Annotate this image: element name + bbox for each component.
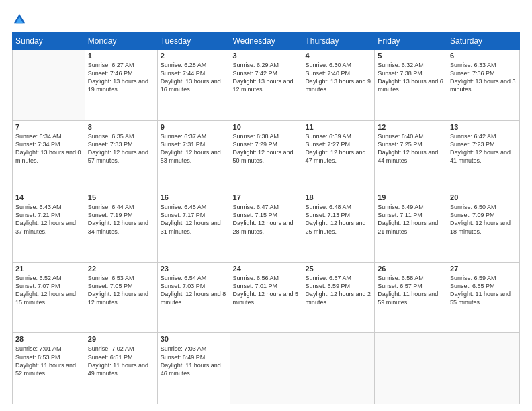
day-number: 5 [378, 52, 444, 60]
calendar-cell: 27 Sunrise: 6:59 AMSunset: 6:55 PMDaylig… [447, 262, 520, 333]
weekday-header-saturday: Saturday [447, 33, 520, 50]
calendar-cell: 26 Sunrise: 6:58 AMSunset: 6:57 PMDaylig… [375, 262, 447, 333]
day-number: 7 [15, 123, 82, 131]
week-row-5: 28 Sunrise: 7:01 AMSunset: 6:53 PMDaylig… [13, 333, 520, 404]
calendar-cell: 30 Sunrise: 7:03 AMSunset: 6:49 PMDaylig… [157, 333, 230, 404]
week-row-1: 1 Sunrise: 6:27 AMSunset: 7:46 PMDayligh… [13, 50, 520, 121]
day-number: 21 [15, 265, 82, 273]
day-number: 20 [450, 193, 517, 201]
calendar-cell: 18 Sunrise: 6:48 AMSunset: 7:13 PMDaylig… [302, 191, 375, 263]
day-number: 25 [305, 265, 371, 273]
calendar-cell: 17 Sunrise: 6:47 AMSunset: 7:15 PMDaylig… [230, 191, 302, 263]
day-info: Sunrise: 7:02 AMSunset: 6:51 PMDaylight:… [88, 345, 154, 377]
calendar-cell: 8 Sunrise: 6:35 AMSunset: 7:33 PMDayligh… [85, 120, 157, 191]
day-info: Sunrise: 6:44 AMSunset: 7:19 PMDaylight:… [88, 203, 154, 236]
calendar-cell: 16 Sunrise: 6:45 AMSunset: 7:17 PMDaylig… [157, 191, 230, 263]
day-info: Sunrise: 6:38 AMSunset: 7:29 PMDaylight:… [233, 132, 300, 165]
day-info: Sunrise: 7:03 AMSunset: 6:49 PMDaylight:… [161, 345, 227, 377]
day-info: Sunrise: 6:49 AMSunset: 7:11 PMDaylight:… [378, 203, 444, 236]
calendar-cell: 5 Sunrise: 6:32 AMSunset: 7:38 PMDayligh… [375, 50, 447, 121]
day-info: Sunrise: 6:27 AMSunset: 7:46 PMDaylight:… [88, 61, 154, 94]
day-number: 6 [450, 52, 517, 60]
calendar-cell: 2 Sunrise: 6:28 AMSunset: 7:44 PMDayligh… [157, 50, 230, 121]
day-info: Sunrise: 6:33 AMSunset: 7:36 PMDaylight:… [450, 61, 517, 94]
calendar-cell: 13 Sunrise: 6:42 AMSunset: 7:23 PMDaylig… [447, 120, 520, 191]
day-number: 26 [378, 265, 444, 273]
day-number: 17 [233, 193, 300, 201]
calendar-cell [302, 333, 375, 404]
weekday-header-row: SundayMondayTuesdayWednesdayThursdayFrid… [13, 33, 520, 50]
day-info: Sunrise: 6:58 AMSunset: 6:57 PMDaylight:… [378, 274, 444, 307]
calendar-cell: 21 Sunrise: 6:52 AMSunset: 7:07 PMDaylig… [13, 262, 85, 333]
day-info: Sunrise: 6:40 AMSunset: 7:25 PMDaylight:… [378, 132, 444, 165]
day-info: Sunrise: 6:47 AMSunset: 7:15 PMDaylight:… [233, 203, 300, 236]
day-number: 30 [161, 335, 227, 343]
day-number: 13 [450, 123, 517, 131]
calendar-cell [375, 333, 447, 404]
day-info: Sunrise: 6:56 AMSunset: 7:01 PMDaylight:… [233, 274, 300, 307]
calendar-cell: 9 Sunrise: 6:37 AMSunset: 7:31 PMDayligh… [157, 120, 230, 191]
day-number: 22 [88, 265, 154, 273]
day-info: Sunrise: 6:39 AMSunset: 7:27 PMDaylight:… [305, 132, 371, 165]
day-number: 3 [233, 52, 300, 60]
day-info: Sunrise: 6:32 AMSunset: 7:38 PMDaylight:… [378, 61, 444, 94]
week-row-2: 7 Sunrise: 6:34 AMSunset: 7:34 PMDayligh… [13, 120, 520, 191]
page: SundayMondayTuesdayWednesdayThursdayFrid… [0, 0, 532, 411]
day-info: Sunrise: 6:42 AMSunset: 7:23 PMDaylight:… [450, 132, 517, 165]
calendar-cell: 28 Sunrise: 7:01 AMSunset: 6:53 PMDaylig… [13, 333, 85, 404]
day-number: 10 [233, 123, 300, 131]
day-number: 9 [161, 123, 227, 131]
calendar-cell: 15 Sunrise: 6:44 AMSunset: 7:19 PMDaylig… [85, 191, 157, 263]
day-number: 27 [450, 265, 517, 273]
calendar-cell: 29 Sunrise: 7:02 AMSunset: 6:51 PMDaylig… [85, 333, 157, 404]
day-info: Sunrise: 6:50 AMSunset: 7:09 PMDaylight:… [450, 203, 517, 236]
header [12, 12, 520, 27]
day-number: 23 [161, 265, 227, 273]
day-info: Sunrise: 7:01 AMSunset: 6:53 PMDaylight:… [15, 345, 82, 377]
weekday-header-friday: Friday [375, 33, 447, 50]
calendar-cell: 12 Sunrise: 6:40 AMSunset: 7:25 PMDaylig… [375, 120, 447, 191]
day-number: 29 [88, 335, 154, 343]
calendar-cell: 7 Sunrise: 6:34 AMSunset: 7:34 PMDayligh… [13, 120, 85, 191]
day-number: 14 [15, 193, 82, 201]
day-info: Sunrise: 6:29 AMSunset: 7:42 PMDaylight:… [233, 61, 300, 94]
calendar-cell: 19 Sunrise: 6:49 AMSunset: 7:11 PMDaylig… [375, 191, 447, 263]
calendar-cell: 1 Sunrise: 6:27 AMSunset: 7:46 PMDayligh… [85, 50, 157, 121]
calendar-cell: 22 Sunrise: 6:53 AMSunset: 7:05 PMDaylig… [85, 262, 157, 333]
day-number: 15 [88, 193, 154, 201]
calendar-cell: 10 Sunrise: 6:38 AMSunset: 7:29 PMDaylig… [230, 120, 302, 191]
day-info: Sunrise: 6:53 AMSunset: 7:05 PMDaylight:… [88, 274, 154, 307]
day-number: 12 [378, 123, 444, 131]
calendar-cell: 20 Sunrise: 6:50 AMSunset: 7:09 PMDaylig… [447, 191, 520, 263]
day-info: Sunrise: 6:48 AMSunset: 7:13 PMDaylight:… [305, 203, 371, 236]
weekday-header-wednesday: Wednesday [230, 33, 302, 50]
day-info: Sunrise: 6:30 AMSunset: 7:40 PMDaylight:… [305, 61, 371, 94]
day-number: 16 [161, 193, 227, 201]
calendar-cell: 6 Sunrise: 6:33 AMSunset: 7:36 PMDayligh… [447, 50, 520, 121]
week-row-4: 21 Sunrise: 6:52 AMSunset: 7:07 PMDaylig… [13, 262, 520, 333]
day-number: 28 [15, 335, 82, 343]
day-number: 2 [161, 52, 227, 60]
calendar-cell: 23 Sunrise: 6:54 AMSunset: 7:03 PMDaylig… [157, 262, 230, 333]
day-info: Sunrise: 6:57 AMSunset: 6:59 PMDaylight:… [305, 274, 371, 307]
day-number: 4 [305, 52, 371, 60]
calendar-table: SundayMondayTuesdayWednesdayThursdayFrid… [12, 32, 520, 404]
calendar-cell: 24 Sunrise: 6:56 AMSunset: 7:01 PMDaylig… [230, 262, 302, 333]
calendar-cell: 4 Sunrise: 6:30 AMSunset: 7:40 PMDayligh… [302, 50, 375, 121]
day-info: Sunrise: 6:54 AMSunset: 7:03 PMDaylight:… [161, 274, 227, 307]
day-info: Sunrise: 6:43 AMSunset: 7:21 PMDaylight:… [15, 203, 82, 236]
calendar-cell [447, 333, 520, 404]
day-number: 19 [378, 193, 444, 201]
calendar-cell [13, 50, 85, 121]
logo-icon [12, 12, 27, 27]
calendar-cell: 25 Sunrise: 6:57 AMSunset: 6:59 PMDaylig… [302, 262, 375, 333]
weekday-header-thursday: Thursday [302, 33, 375, 50]
logo [12, 12, 30, 27]
weekday-header-tuesday: Tuesday [157, 33, 230, 50]
calendar-cell [230, 333, 302, 404]
day-info: Sunrise: 6:35 AMSunset: 7:33 PMDaylight:… [88, 132, 154, 165]
day-number: 1 [88, 52, 154, 60]
day-info: Sunrise: 6:34 AMSunset: 7:34 PMDaylight:… [15, 132, 82, 165]
weekday-header-monday: Monday [85, 33, 157, 50]
day-info: Sunrise: 6:59 AMSunset: 6:55 PMDaylight:… [450, 274, 517, 307]
